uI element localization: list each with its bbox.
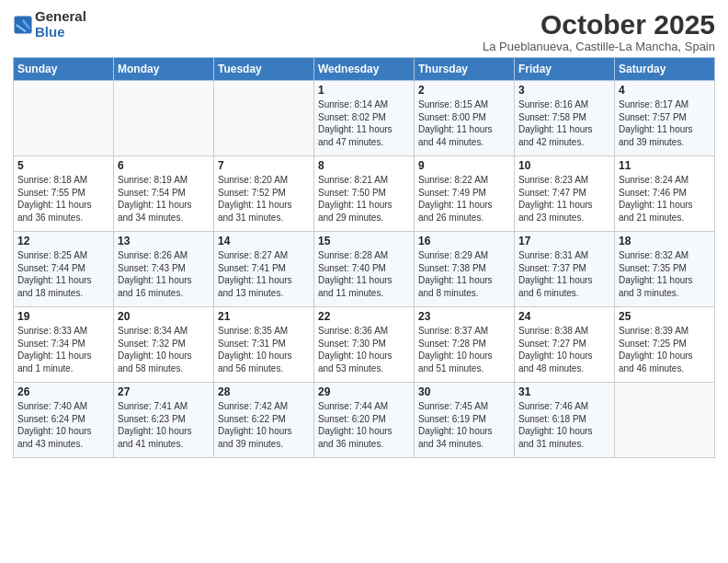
day-info: Sunrise: 8:39 AM Sunset: 7:25 PM Dayligh… [619,325,711,374]
weekday-wednesday: Wednesday [314,58,415,81]
day-cell: 19Sunrise: 8:33 AM Sunset: 7:34 PM Dayli… [14,307,114,383]
day-number: 28 [218,385,310,398]
day-number: 17 [518,235,610,247]
day-info: Sunrise: 8:33 AM Sunset: 7:34 PM Dayligh… [17,325,109,374]
weekday-header-row: SundayMondayTuesdayWednesdayThursdayFrid… [14,58,715,81]
logo: General Blue [13,9,86,40]
day-info: Sunrise: 8:27 AM Sunset: 7:41 PM Dayligh… [218,249,310,299]
day-cell: 4Sunrise: 8:17 AM Sunset: 7:57 PM Daylig… [615,81,715,156]
day-info: Sunrise: 8:31 AM Sunset: 7:37 PM Dayligh… [518,249,610,299]
day-cell [14,81,114,156]
week-row-3: 12Sunrise: 8:25 AM Sunset: 7:44 PM Dayli… [14,232,715,307]
week-row-2: 5Sunrise: 8:18 AM Sunset: 7:55 PM Daylig… [14,156,715,232]
week-row-5: 26Sunrise: 7:40 AM Sunset: 6:24 PM Dayli… [14,383,715,458]
month-title: October 2025 [483,9,715,40]
day-info: Sunrise: 8:38 AM Sunset: 7:27 PM Dayligh… [518,325,610,374]
day-cell [114,81,214,156]
day-number: 31 [518,385,610,398]
day-cell: 21Sunrise: 8:35 AM Sunset: 7:31 PM Dayli… [214,307,314,383]
day-number: 30 [418,385,510,398]
week-row-4: 19Sunrise: 8:33 AM Sunset: 7:34 PM Dayli… [14,307,715,383]
day-cell: 2Sunrise: 8:15 AM Sunset: 8:00 PM Daylig… [415,81,515,156]
day-number: 22 [318,310,410,323]
day-info: Sunrise: 7:44 AM Sunset: 6:20 PM Dayligh… [318,400,410,450]
day-cell: 17Sunrise: 8:31 AM Sunset: 7:37 PM Dayli… [515,232,615,307]
weekday-friday: Friday [515,58,615,81]
day-cell: 31Sunrise: 7:46 AM Sunset: 6:18 PM Dayli… [515,383,615,458]
day-cell: 7Sunrise: 8:20 AM Sunset: 7:52 PM Daylig… [214,156,314,232]
day-number: 13 [118,235,210,247]
day-info: Sunrise: 8:16 AM Sunset: 7:58 PM Dayligh… [518,98,610,148]
day-info: Sunrise: 8:17 AM Sunset: 7:57 PM Dayligh… [619,98,711,148]
day-cell: 23Sunrise: 8:37 AM Sunset: 7:28 PM Dayli… [415,307,515,383]
day-number: 5 [17,159,109,172]
day-cell: 30Sunrise: 7:45 AM Sunset: 6:19 PM Dayli… [415,383,515,458]
day-info: Sunrise: 8:19 AM Sunset: 7:54 PM Dayligh… [118,174,210,224]
weekday-tuesday: Tuesday [214,58,314,81]
calendar-table: SundayMondayTuesdayWednesdayThursdayFrid… [13,57,715,458]
day-number: 15 [318,235,410,247]
day-number: 10 [518,159,610,172]
day-number: 18 [619,235,711,247]
day-info: Sunrise: 8:29 AM Sunset: 7:38 PM Dayligh… [418,249,510,299]
day-info: Sunrise: 8:37 AM Sunset: 7:28 PM Dayligh… [418,325,510,374]
weekday-sunday: Sunday [14,58,114,81]
calendar-container: General Blue October 2025 La Pueblanueva… [0,0,728,465]
day-number: 9 [418,159,510,172]
day-number: 12 [17,235,109,247]
logo-text: General Blue [35,9,86,40]
day-number: 16 [418,235,510,247]
day-info: Sunrise: 8:36 AM Sunset: 7:30 PM Dayligh… [318,325,410,374]
day-number: 8 [318,159,410,172]
logo-icon [13,15,33,35]
day-cell [615,383,715,458]
day-cell: 3Sunrise: 8:16 AM Sunset: 7:58 PM Daylig… [515,81,615,156]
day-cell: 25Sunrise: 8:39 AM Sunset: 7:25 PM Dayli… [615,307,715,383]
day-number: 1 [318,84,410,97]
day-number: 7 [218,159,310,172]
location-subtitle: La Pueblanueva, Castille-La Mancha, Spai… [483,40,715,53]
day-cell: 27Sunrise: 7:41 AM Sunset: 6:23 PM Dayli… [114,383,214,458]
day-info: Sunrise: 8:25 AM Sunset: 7:44 PM Dayligh… [17,249,109,299]
day-number: 4 [619,84,711,97]
day-info: Sunrise: 8:35 AM Sunset: 7:31 PM Dayligh… [218,325,310,374]
weekday-monday: Monday [114,58,214,81]
day-cell: 20Sunrise: 8:34 AM Sunset: 7:32 PM Dayli… [114,307,214,383]
day-cell: 8Sunrise: 8:21 AM Sunset: 7:50 PM Daylig… [314,156,415,232]
day-number: 23 [418,310,510,323]
day-number: 26 [17,385,109,398]
day-number: 2 [418,84,510,97]
day-cell: 18Sunrise: 8:32 AM Sunset: 7:35 PM Dayli… [615,232,715,307]
logo-general: General [35,8,86,24]
day-info: Sunrise: 7:42 AM Sunset: 6:22 PM Dayligh… [218,400,310,450]
day-info: Sunrise: 8:14 AM Sunset: 8:02 PM Dayligh… [318,98,410,148]
week-row-1: 1Sunrise: 8:14 AM Sunset: 8:02 PM Daylig… [14,81,715,156]
day-cell: 24Sunrise: 8:38 AM Sunset: 7:27 PM Dayli… [515,307,615,383]
day-cell [214,81,314,156]
day-number: 24 [518,310,610,323]
day-cell: 6Sunrise: 8:19 AM Sunset: 7:54 PM Daylig… [114,156,214,232]
day-info: Sunrise: 8:32 AM Sunset: 7:35 PM Dayligh… [619,249,711,299]
day-info: Sunrise: 8:15 AM Sunset: 8:00 PM Dayligh… [418,98,510,148]
day-info: Sunrise: 8:22 AM Sunset: 7:49 PM Dayligh… [418,174,510,224]
day-info: Sunrise: 8:21 AM Sunset: 7:50 PM Dayligh… [318,174,410,224]
day-info: Sunrise: 7:41 AM Sunset: 6:23 PM Dayligh… [118,400,210,450]
day-cell: 11Sunrise: 8:24 AM Sunset: 7:46 PM Dayli… [615,156,715,232]
weekday-saturday: Saturday [615,58,715,81]
day-cell: 26Sunrise: 7:40 AM Sunset: 6:24 PM Dayli… [14,383,114,458]
day-info: Sunrise: 8:20 AM Sunset: 7:52 PM Dayligh… [218,174,310,224]
weekday-thursday: Thursday [415,58,515,81]
day-number: 14 [218,235,310,247]
day-info: Sunrise: 8:28 AM Sunset: 7:40 PM Dayligh… [318,249,410,299]
day-number: 25 [619,310,711,323]
day-number: 29 [318,385,410,398]
day-cell: 28Sunrise: 7:42 AM Sunset: 6:22 PM Dayli… [214,383,314,458]
day-info: Sunrise: 8:26 AM Sunset: 7:43 PM Dayligh… [118,249,210,299]
day-info: Sunrise: 8:34 AM Sunset: 7:32 PM Dayligh… [118,325,210,374]
day-cell: 5Sunrise: 8:18 AM Sunset: 7:55 PM Daylig… [14,156,114,232]
day-cell: 1Sunrise: 8:14 AM Sunset: 8:02 PM Daylig… [314,81,415,156]
day-cell: 14Sunrise: 8:27 AM Sunset: 7:41 PM Dayli… [214,232,314,307]
day-cell: 12Sunrise: 8:25 AM Sunset: 7:44 PM Dayli… [14,232,114,307]
day-info: Sunrise: 8:24 AM Sunset: 7:46 PM Dayligh… [619,174,711,224]
logo-blue: Blue [35,24,65,40]
